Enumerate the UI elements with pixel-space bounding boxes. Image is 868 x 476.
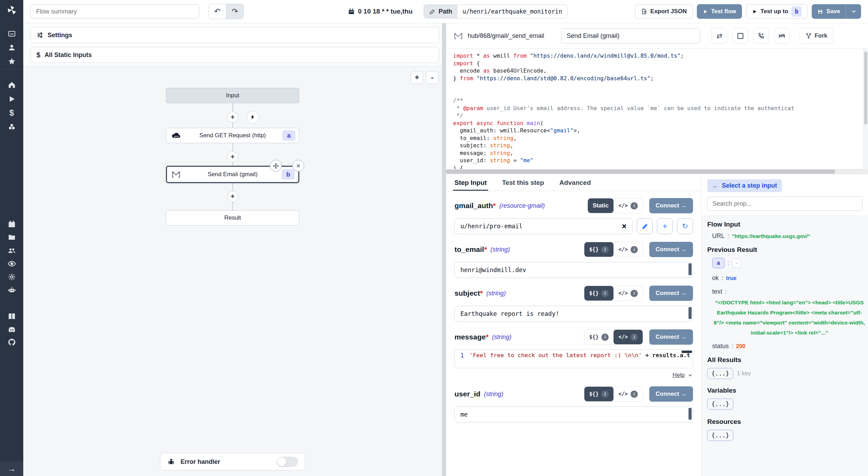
workspace-icon[interactable] (7, 29, 16, 38)
status-value[interactable]: 200 (736, 343, 745, 350)
resources-expand-chip[interactable]: {...} (707, 430, 733, 441)
variables-expand-chip[interactable]: {...} (707, 399, 733, 410)
home-icon[interactable] (7, 81, 16, 90)
groups-icon[interactable] (7, 246, 16, 255)
result-text-row[interactable]: text : (712, 288, 862, 295)
collapse-rail-button[interactable]: → (0, 461, 23, 476)
mode-javascript[interactable]: </>i (614, 387, 643, 401)
ok-value[interactable]: true (726, 275, 736, 281)
flow-input-url-row[interactable]: URL : "https://earthquake.usgs.gov/" (712, 232, 862, 240)
previous-result-a-row[interactable]: a : - (712, 258, 862, 268)
windmill-logo-icon[interactable] (5, 3, 18, 17)
insert-step-button[interactable]: + (227, 112, 238, 123)
input-mode-toggle[interactable]: ${}i </>i (584, 286, 643, 301)
github-icon[interactable] (7, 338, 16, 347)
export-json-button[interactable]: Export JSON (635, 4, 693, 19)
flow-summary-input[interactable] (30, 4, 199, 19)
edit-resource-button[interactable] (637, 218, 653, 234)
info-icon[interactable]: i (631, 290, 638, 297)
info-icon[interactable]: i (601, 290, 609, 297)
result-a-badge[interactable]: a (712, 258, 725, 268)
fork-button[interactable]: Fork (800, 28, 833, 44)
star-icon[interactable] (7, 57, 16, 66)
tab-step-input[interactable]: Step Input (454, 174, 487, 191)
mode-template[interactable]: ${}i (584, 242, 614, 257)
mode-template[interactable]: ${}i (584, 387, 614, 401)
search-prop-input[interactable] (707, 196, 862, 211)
select-step-input-chip[interactable]: ← Select a step input (707, 179, 782, 192)
sleep-button[interactable] (774, 28, 790, 44)
schedule-display[interactable]: 0 10 18 * * tue,thu (348, 8, 412, 15)
mode-template[interactable]: ${}i (584, 286, 614, 301)
connect-button[interactable]: Connect → (649, 242, 693, 257)
tab-test-this-step[interactable]: Test this step (502, 174, 544, 191)
insert-step-button[interactable]: + (227, 151, 238, 162)
save-dropdown-caret[interactable] (846, 4, 861, 19)
zoom-out-button[interactable]: - (426, 71, 439, 84)
url-value[interactable]: "https://earthquake.usgs.gov/" (732, 233, 810, 239)
code-vertical-scrollbar[interactable] (863, 49, 868, 169)
discord-icon[interactable] (7, 325, 16, 334)
redo-button[interactable]: ↷ (226, 4, 243, 19)
info-icon[interactable]: i (631, 246, 638, 253)
input-mode-toggle[interactable]: ${}i </>i (584, 386, 643, 402)
audit-eye-icon[interactable] (7, 259, 16, 268)
gmail-auth-resource-input[interactable]: u/henri/pro-email × (454, 218, 633, 234)
info-icon[interactable]: i (631, 391, 638, 398)
save-button[interactable]: Save (812, 4, 861, 19)
collapse-button[interactable]: - (732, 258, 741, 268)
settings-gear-icon[interactable] (7, 272, 16, 281)
trigger-bolt-button[interactable] (247, 111, 259, 123)
all-static-inputs-button[interactable]: $ All Static Inputs (31, 47, 439, 63)
input-mode-toggle[interactable]: ${}i </>i (584, 329, 643, 345)
result-ok-row[interactable]: ok : true (712, 274, 862, 282)
info-icon[interactable]: i (601, 334, 609, 341)
text-value[interactable]: "<!DOCTYPE html> <html lang="en"> <head>… (712, 297, 867, 338)
info-icon[interactable]: i (631, 334, 638, 341)
mode-template[interactable]: ${}i (584, 330, 614, 344)
user-id-input[interactable]: me (454, 407, 693, 422)
docs-book-icon[interactable] (7, 312, 16, 321)
code-editor[interactable]: import * as wmill from "https://deno.lan… (446, 49, 868, 169)
mode-static[interactable]: Static (588, 198, 614, 213)
folders-icon[interactable] (7, 233, 16, 242)
message-expression-editor[interactable]: 1 'Feel free to check out the latest rep… (454, 350, 693, 368)
mode-javascript[interactable]: </>i (614, 330, 643, 344)
insert-step-button[interactable]: + (227, 191, 238, 202)
code-horizontal-scrollbar[interactable] (446, 169, 868, 174)
add-resource-button[interactable]: + (657, 218, 673, 234)
test-flow-button[interactable]: Test flow (697, 4, 742, 19)
graph-node-input[interactable]: Input (166, 88, 299, 103)
connect-button[interactable]: Connect → (649, 329, 693, 345)
to-email-input[interactable]: henri@windmill.dev (454, 262, 693, 278)
error-handler-toggle[interactable] (276, 457, 298, 467)
info-icon[interactable]: i (601, 391, 609, 398)
error-handler-node[interactable]: Error handler (160, 453, 305, 470)
connect-button[interactable]: Connect → (649, 286, 693, 301)
delete-step-button[interactable]: × (292, 160, 304, 172)
undo-button[interactable]: ↶ (209, 4, 226, 19)
workers-bot-icon[interactable] (7, 286, 16, 295)
all-results-expand-chip[interactable]: {...} (707, 368, 733, 379)
mode-javascript[interactable]: </>i (614, 286, 643, 301)
connect-button[interactable]: Connect → (649, 198, 693, 213)
info-icon[interactable]: i (631, 202, 638, 210)
graph-node-step-b-selected[interactable]: Send Email (gmail) b × (166, 166, 299, 183)
help-link[interactable]: Help (673, 372, 685, 379)
variables-icon[interactable]: $ (7, 108, 16, 117)
test-up-to-button[interactable]: Test up to b (746, 4, 808, 19)
flow-graph-canvas[interactable]: + - Input + HTTP Send GET Request (http)… (23, 66, 442, 476)
zoom-in-button[interactable]: + (411, 71, 423, 84)
runs-icon[interactable] (7, 95, 16, 104)
flow-settings-button[interactable]: Settings (31, 27, 439, 43)
box-button[interactable] (732, 28, 748, 44)
mode-javascript[interactable]: </>i (614, 198, 643, 213)
mode-javascript[interactable]: </>i (614, 242, 643, 257)
resources-icon[interactable] (7, 122, 16, 131)
user-icon[interactable] (7, 43, 16, 52)
connect-button[interactable]: Connect → (649, 386, 693, 402)
step-name-input[interactable] (561, 28, 700, 43)
graph-node-result[interactable]: Result (166, 210, 299, 225)
move-step-handle[interactable] (270, 160, 282, 172)
refresh-resource-button[interactable]: ↻ (677, 218, 693, 234)
